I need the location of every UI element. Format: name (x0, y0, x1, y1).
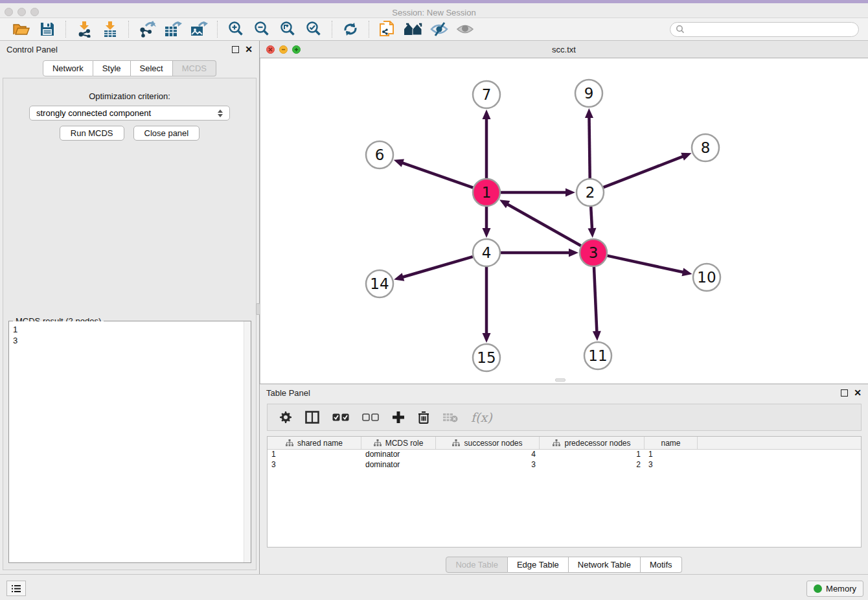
table-cell[interactable]: 1 (645, 450, 698, 460)
table-cell[interactable]: 4 (436, 450, 540, 460)
network-title: scc.txt (260, 45, 868, 54)
table-cell[interactable]: 3 (268, 460, 361, 470)
close-panel-button[interactable]: Close panel (133, 126, 200, 141)
tab-network[interactable]: Network (43, 60, 93, 76)
edge-3-11[interactable] (594, 267, 597, 333)
float-panel-icon[interactable] (232, 46, 239, 53)
optimization-criterion-label: Optimization criterion: (3, 91, 256, 101)
first-neighbors-icon[interactable] (402, 20, 424, 38)
edge-4-14[interactable] (402, 257, 473, 277)
delete-column-icon[interactable] (418, 411, 429, 424)
network-canvas[interactable]: 7968124314101511 (260, 58, 868, 384)
hide-selected-icon[interactable] (428, 20, 450, 38)
arrowhead-icon (394, 159, 404, 167)
table-row[interactable]: 1dominator411 (268, 450, 861, 460)
table-cell[interactable]: 1 (540, 450, 645, 460)
export-image-icon[interactable] (188, 20, 210, 38)
column-header-predecessor-nodes[interactable]: predecessor nodes (540, 437, 645, 449)
zoom-in-icon[interactable] (225, 20, 247, 38)
tab-mcds[interactable]: MCDS (173, 60, 216, 76)
refresh-layout-icon[interactable] (339, 20, 361, 38)
column-header-shared-name[interactable]: shared name (268, 437, 361, 449)
memory-status-icon (814, 584, 822, 593)
table-cell[interactable]: 3 (436, 460, 540, 470)
column-header-successor-nodes[interactable]: successor nodes (436, 437, 540, 449)
import-network-icon[interactable] (73, 20, 95, 38)
tab-style[interactable]: Style (93, 60, 131, 76)
column-header-mcds-role[interactable]: MCDS role (361, 437, 436, 449)
table-toolbar: f(x) (267, 404, 862, 431)
node-label-1: 1 (482, 184, 492, 201)
node-table[interactable]: shared nameMCDS rolesuccessor nodesprede… (267, 436, 862, 548)
table-panel: Table Panel ✕ f(x) shared nameMCDS rol (260, 384, 868, 574)
table-tab-node-table[interactable]: Node Table (446, 557, 508, 573)
close-panel-icon[interactable]: ✕ (245, 46, 253, 53)
arrowhead-icon (585, 108, 593, 118)
split-panel-icon[interactable] (305, 411, 319, 424)
table-panel-header: Table Panel ✕ (260, 384, 868, 401)
toolbar-separator (65, 21, 66, 38)
table-cell[interactable]: dominator (361, 450, 436, 460)
node-label-6: 6 (375, 146, 385, 163)
run-mcds-button[interactable]: Run MCDS (60, 126, 124, 141)
toolbar-separator (217, 21, 218, 38)
export-network-icon[interactable] (136, 20, 158, 38)
save-session-icon[interactable] (36, 20, 58, 38)
edge-2-9[interactable] (589, 116, 589, 178)
node-label-10: 10 (697, 269, 716, 286)
criterion-select[interactable]: strongly connected component (29, 106, 230, 121)
edge-1-6[interactable] (401, 163, 473, 188)
table-cell[interactable]: 1 (268, 450, 361, 460)
arrowhead-icon (483, 228, 491, 238)
result-scrollbar[interactable] (244, 321, 251, 562)
zoom-selected-icon[interactable] (303, 20, 325, 38)
mcds-result-text[interactable]: 1 3 (9, 321, 251, 562)
network-window-titlebar[interactable]: scc.txt (260, 41, 868, 58)
deselect-all-icon[interactable] (362, 413, 379, 421)
export-table-icon[interactable] (162, 20, 184, 38)
table-row[interactable]: 3dominator323 (268, 460, 861, 470)
table-tab-motifs[interactable]: Motifs (641, 557, 682, 573)
open-session-icon[interactable] (10, 20, 32, 38)
table-tab-network-table[interactable]: Network Table (569, 557, 641, 573)
edge-3-1[interactable] (506, 203, 580, 246)
search-box[interactable] (670, 22, 859, 37)
column-header-filler (698, 437, 861, 449)
edge-3-10[interactable] (607, 256, 684, 273)
settings-icon[interactable] (279, 411, 292, 424)
table-tabstrip: Node TableEdge TableNetwork TableMotifs (260, 554, 868, 573)
zoom-fit-icon[interactable] (277, 20, 299, 38)
import-table-icon[interactable] (99, 20, 121, 38)
table-cell[interactable]: 3 (645, 460, 698, 470)
task-history-button[interactable] (6, 581, 26, 596)
network-graph[interactable]: 7968124314101511 (260, 58, 867, 382)
table-cell[interactable]: dominator (361, 460, 436, 470)
tab-select[interactable]: Select (131, 60, 173, 76)
copy-network-icon[interactable] (376, 20, 398, 38)
memory-button[interactable]: Memory (806, 581, 863, 597)
arrowhead-icon (394, 273, 404, 281)
list-icon (11, 584, 21, 593)
canvas-grip[interactable] (555, 378, 565, 382)
node-label-8: 8 (701, 139, 711, 156)
toolbar-separator (332, 21, 332, 38)
search-input[interactable] (685, 25, 853, 34)
zoom-out-icon[interactable] (251, 20, 273, 38)
edge-2-8[interactable] (604, 156, 685, 187)
table-cell[interactable]: 2 (540, 460, 645, 470)
edge-2-3[interactable] (591, 207, 592, 230)
function-builder-icon[interactable]: f(x) (471, 410, 492, 424)
float-table-panel-icon[interactable] (841, 389, 848, 397)
select-all-icon[interactable] (332, 413, 349, 421)
criterion-value: strongly connected component (36, 108, 151, 118)
column-header-name[interactable]: name (645, 437, 698, 449)
add-column-icon[interactable] (392, 411, 405, 424)
table-tab-edge-table[interactable]: Edge Table (508, 557, 569, 573)
node-label-2: 2 (586, 184, 595, 201)
control-panel: Control Panel ✕ NetworkStyleSelectMCDS O… (0, 41, 260, 574)
delete-table-icon[interactable] (442, 412, 458, 422)
arrowhead-icon (681, 153, 691, 161)
search-icon (676, 25, 685, 34)
close-table-panel-icon[interactable]: ✕ (854, 389, 862, 397)
show-all-icon[interactable] (454, 20, 476, 38)
